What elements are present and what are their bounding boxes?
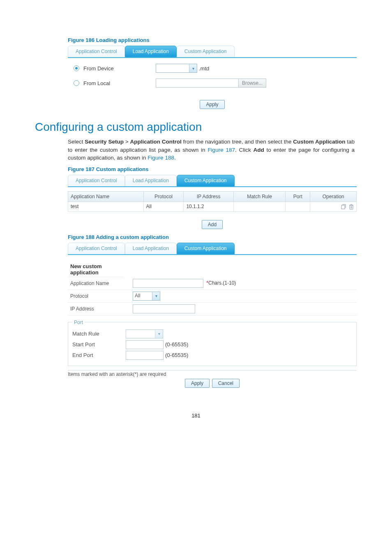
radio-from-local-label: From Local (83, 80, 110, 86)
edit-icon[interactable] (341, 204, 346, 210)
radio-from-device-label: From Device (83, 65, 114, 72)
tab-app-control-3[interactable]: Application Control (68, 243, 125, 254)
cell-operation (310, 202, 357, 211)
tab-load-application-3[interactable]: Load Application (125, 243, 177, 254)
local-file-input[interactable] (156, 79, 239, 88)
form-heading: New custom application (70, 263, 102, 276)
figure-187-caption: Figure 187 Custom applications (68, 166, 357, 172)
chevron-down-icon: ▾ (155, 330, 163, 338)
cell-port (286, 202, 310, 211)
chevron-down-icon: ▾ (152, 292, 160, 300)
cancel-button[interactable]: Cancel (212, 379, 240, 388)
ip-input[interactable] (133, 304, 195, 313)
cell-ip: 10.1.1.2 (184, 202, 233, 211)
page-number: 181 (35, 412, 357, 419)
start-port-label: Start Port (72, 341, 126, 348)
match-rule-select[interactable]: ▾ (126, 329, 163, 338)
app-name-label: Application Name (68, 277, 130, 290)
apply-button-2[interactable]: Apply (185, 379, 210, 388)
match-rule-label: Match Rule (72, 331, 126, 337)
custom-app-table: Application Name Protocol IP Address Mat… (68, 191, 357, 212)
device-file-select[interactable]: ▾ (156, 64, 197, 73)
trash-icon[interactable] (349, 204, 354, 210)
cell-match-rule (233, 202, 285, 211)
table-row: test All 10.1.1.2 (68, 202, 357, 211)
figure-186-screenshot: Application Control Load Application Cus… (68, 46, 357, 109)
col-operation: Operation (310, 191, 357, 202)
end-port-label: End Port (72, 352, 126, 358)
port-fieldset: Port Match Rule ▾ Start Port (0-65535) E… (68, 320, 357, 366)
protocol-select[interactable]: All ▾ (133, 292, 160, 301)
tab-app-control-2[interactable]: Application Control (68, 175, 125, 186)
tab-load-application[interactable]: Load Application (125, 46, 177, 57)
ip-label: IP Address (68, 302, 130, 315)
figure-188-screenshot: Application Control Load Application Cus… (68, 243, 357, 388)
port-legend: Port (72, 320, 85, 325)
table-header-row: Application Name Protocol IP Address Mat… (68, 191, 357, 202)
protocol-label: Protocol (68, 290, 130, 302)
tab-custom-application[interactable]: Custom Application (177, 46, 235, 57)
end-port-hint: (0-65535) (165, 352, 188, 358)
svg-rect-0 (341, 205, 345, 209)
app-name-hint: *Chars.(1-10) (206, 280, 236, 286)
figure-186-caption: Figure 186 Loading applications (68, 37, 357, 43)
col-app-name: Application Name (68, 191, 144, 202)
app-name-input[interactable] (133, 279, 203, 288)
link-figure-188[interactable]: Figure 188 (148, 155, 174, 161)
section-heading: Configuring a custom application (35, 121, 357, 134)
mtd-suffix: .mtd (199, 65, 209, 72)
required-footnote: Items marked with an asterisk(*) are req… (68, 370, 357, 377)
end-port-input[interactable] (126, 351, 164, 360)
radio-from-local[interactable] (74, 80, 79, 86)
browse-button[interactable]: Browse... (238, 79, 266, 88)
figure-187-screenshot: Application Control Load Application Cus… (68, 175, 357, 229)
apply-button[interactable]: Apply (200, 100, 224, 109)
cell-protocol: All (143, 202, 184, 211)
col-protocol: Protocol (143, 191, 184, 202)
tab-app-control[interactable]: Application Control (68, 46, 125, 57)
link-figure-187[interactable]: Figure 187 (208, 147, 235, 153)
cell-app-name: test (68, 202, 144, 211)
paragraph: Select Security Setup > Application Cont… (68, 138, 355, 162)
col-ip: IP Address (184, 191, 233, 202)
chevron-down-icon: ▾ (189, 64, 197, 72)
figure-188-caption: Figure 188 Adding a custom application (68, 234, 357, 240)
start-port-input[interactable] (126, 340, 164, 349)
add-button[interactable]: Add (202, 220, 223, 229)
radio-from-device[interactable] (74, 65, 79, 71)
tab-custom-application-2[interactable]: Custom Application (177, 175, 235, 186)
start-port-hint: (0-65535) (165, 341, 188, 348)
col-match-rule: Match Rule (233, 191, 285, 202)
tab-custom-application-3[interactable]: Custom Application (177, 243, 235, 254)
tab-load-application-2[interactable]: Load Application (125, 175, 177, 186)
svg-rect-1 (350, 205, 353, 209)
col-port: Port (286, 191, 310, 202)
